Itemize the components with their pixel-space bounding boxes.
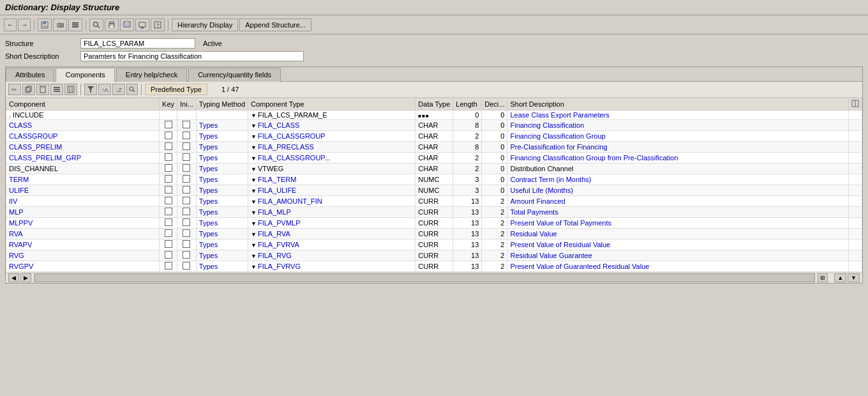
cols-btn[interactable] [64,84,77,95]
comp-type-link[interactable]: FILA_CLASS [258,121,299,129]
short-desc-link[interactable]: Total Payments [510,208,558,216]
forward-btn[interactable]: → [18,19,31,31]
key-checkbox[interactable] [165,251,172,259]
type-dropdown-arrow[interactable]: ▼ [251,209,257,216]
comp-type-link[interactable]: FILA_PRECLASS [258,143,314,151]
short-desc-link[interactable]: Pre-Classification for Financing [510,143,607,151]
component-link[interactable]: RVG [9,252,24,259]
short-desc-link[interactable]: Amount Financed [510,197,565,205]
short-desc-link[interactable]: Financing Classification Group from Pre-… [510,154,678,162]
ini-checkbox[interactable] [183,132,190,139]
ini-checkbox[interactable] [183,186,190,194]
typing-link[interactable]: Types [199,252,218,259]
comp-type-link[interactable]: FILA_FVRVA [258,241,299,248]
short-desc-link[interactable]: Contract Term (in Months) [510,176,591,183]
component-link[interactable]: RVAPV [9,241,32,248]
find-table-btn[interactable] [126,84,138,95]
comp-type-link[interactable]: FILA_TERM [258,176,297,183]
key-checkbox[interactable] [165,208,172,215]
sort-asc-btn[interactable]: ↑A [98,84,111,95]
short-desc-input[interactable] [80,51,304,61]
key-checkbox[interactable] [165,262,172,270]
scroll-down-btn[interactable]: ▼ [848,273,860,282]
type-dropdown-arrow[interactable]: ▼ [251,242,257,248]
comp-type-link[interactable]: FILA_ULIFE [258,187,297,194]
typing-link[interactable]: Types [199,187,218,194]
ini-checkbox[interactable] [183,175,190,183]
short-desc-link[interactable]: Financing Classification [510,121,584,129]
short-desc-link[interactable]: Present Value of Guaranteed Residual Val… [510,263,649,270]
ini-checkbox[interactable] [183,197,190,204]
scroll-right-btn[interactable]: ▶ [20,273,31,282]
type-dropdown-arrow[interactable]: ▼ [251,123,257,129]
typing-link[interactable]: Types [199,197,218,205]
typing-link[interactable]: Types [199,143,218,151]
tab-components[interactable]: Components [56,68,114,82]
key-checkbox[interactable] [165,197,172,204]
type-dropdown-arrow[interactable]: ▼ [251,253,257,259]
short-desc-link[interactable]: Lease Class Export Parameters [510,111,609,119]
key-checkbox[interactable] [165,229,172,237]
tab-currency[interactable]: Currency/quantity fields [188,68,281,82]
filter-btn[interactable] [84,84,97,95]
shortcut-btn[interactable]: ⌨ [53,19,67,31]
ini-checkbox[interactable] [183,251,190,259]
rows-btn[interactable] [50,84,63,95]
typing-link[interactable]: Types [199,208,218,216]
key-checkbox[interactable] [165,153,172,161]
type-dropdown-arrow[interactable]: ▼ [251,177,257,183]
type-dropdown-arrow[interactable]: ▼ [251,133,257,140]
print-btn[interactable] [105,19,119,31]
typing-link[interactable]: Types [199,165,218,172]
horizontal-scrollbar[interactable] [34,273,815,282]
key-checkbox[interactable] [165,186,172,194]
ini-checkbox[interactable] [183,262,190,270]
export-btn[interactable] [120,19,134,31]
comp-type-link[interactable]: FILA_RVA [258,230,290,238]
short-desc-link[interactable]: Present Value of Total Payments [510,219,611,227]
comp-type-link[interactable]: FILA_AMOUNT_FIN [258,197,322,205]
screen-btn[interactable] [135,19,149,31]
typing-link[interactable]: Types [199,263,218,270]
component-link[interactable]: CLASS_PRELIM_GRP [9,154,81,162]
key-checkbox[interactable] [165,121,172,128]
short-desc-link[interactable]: Financing Classification Group [510,132,605,140]
tab-entry-help[interactable]: Entry help/check [116,68,187,82]
tab-attributes[interactable]: Attributes [6,68,54,82]
type-dropdown-arrow[interactable]: ▼ [251,166,257,172]
type-dropdown-arrow[interactable]: ▼ [251,144,257,151]
ini-checkbox[interactable] [183,229,190,237]
type-dropdown-arrow[interactable]: ▼ [251,199,257,205]
short-desc-link[interactable]: Residual Value [510,230,557,238]
ini-checkbox[interactable] [183,121,190,128]
component-link[interactable]: RVGPV [9,263,33,270]
ini-checkbox[interactable] [183,208,190,215]
ini-checkbox[interactable] [183,240,190,248]
cut-btn[interactable]: ✂ [8,84,21,95]
scroll-up-btn[interactable]: ▲ [834,273,846,282]
paste-btn[interactable] [36,84,49,95]
component-link[interactable]: TERM [9,176,29,183]
typing-link[interactable]: Types [199,154,218,162]
comp-type-link[interactable]: FILA_CLASSGROUP... [258,154,331,162]
component-link[interactable]: RVA [9,230,23,238]
type-dropdown-arrow[interactable]: ▼ [251,155,257,162]
type-dropdown-arrow[interactable]: ▼ [251,112,257,119]
ini-checkbox[interactable] [183,142,190,150]
hierarchy-display-btn[interactable]: Hierarchy Display [172,19,238,31]
save-btn[interactable] [38,19,52,31]
comp-type-link[interactable]: FILA_PVMLP [258,219,301,227]
comp-type-link[interactable]: FILA_RVG [258,252,292,259]
typing-link[interactable]: Types [199,121,218,129]
comp-type-link[interactable]: FILA_MLP [258,208,291,216]
component-link[interactable]: CLASS_PRELIM [9,143,62,151]
ini-checkbox[interactable] [183,164,190,172]
typing-link[interactable]: Types [199,176,218,183]
back-btn[interactable]: ← [4,19,17,31]
help-btn[interactable]: ? [151,19,165,31]
component-link[interactable]: MLP [9,208,24,216]
type-dropdown-arrow[interactable]: ▼ [251,188,257,194]
append-structure-btn[interactable]: Append Structure... [239,19,311,31]
comp-type-link[interactable]: FILA_CLASSGROUP [258,132,326,140]
sort-desc-btn[interactable]: ↓Z [112,84,125,95]
